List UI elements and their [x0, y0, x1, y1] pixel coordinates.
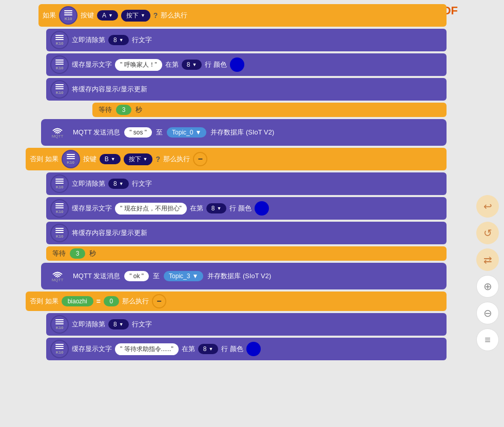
mqtt-block-2: MQTT MQTT 发送消息 " ok " 至 Topic_3 ▼ 并存数据库 … [41, 263, 447, 289]
update-label-1: 将缓存内容显示/显示更新 [72, 85, 147, 94]
display-suffix-3: 行 颜色 [221, 344, 243, 354]
blocks-area: 如果 K10 按键 A ▼ 按下 ▼ ? 那么执行 [0, 0, 447, 427]
wait-seconds-2[interactable]: 3 [70, 248, 85, 259]
display-row-dropdown-3[interactable]: 8 ▼ [198, 344, 219, 354]
k10-badge-4: K10 [50, 80, 69, 99]
elseif-block-1: 否则 如果 K10 按键 B ▼ 按下 ▼ ? 那么执行 [26, 148, 447, 170]
wait-label-2: 等待 [52, 249, 66, 258]
k10-badge-10: K10 [50, 340, 69, 358]
var-pill-1: biaozhi [62, 296, 93, 306]
transform-button[interactable]: ⇄ [476, 248, 499, 271]
k10-badge-8: K10 [50, 224, 69, 242]
mqtt-label-1: MQTT 发送消息 [73, 128, 120, 137]
val-pill-1[interactable]: 0 [104, 296, 119, 306]
display-block-2: K10 缓存显示文字 " 现在好点，不用担心" 在第 8 ▼ 行 颜色 [46, 197, 447, 220]
minus-btn-2[interactable] [152, 294, 166, 308]
clear-block-2: K10 立即清除第 8 ▼ 行文字 [46, 172, 447, 195]
elseif-label-2: 否则 如果 [30, 297, 59, 306]
if-label-1: 如果 [43, 11, 56, 20]
clear-row-dropdown-3[interactable]: 8 ▼ [108, 319, 129, 329]
mqtt-to-2: 至 [153, 271, 160, 281]
if-block-1: 如果 K10 按键 A ▼ 按下 ▼ ? 那么执行 [38, 4, 447, 27]
mqtt-icon-2: MQTT [46, 265, 69, 287]
display-at-2: 在第 [190, 204, 203, 213]
key-dropdown-1[interactable]: A ▼ [97, 10, 118, 21]
display-text-1[interactable]: " 呼唤家人！" [115, 59, 162, 71]
mqtt-store-2: 并存数据库 (SIoT V2) [207, 271, 271, 281]
clear-row-dropdown-1[interactable]: 8 ▼ [108, 35, 129, 45]
undo-button[interactable]: ↩ [476, 195, 499, 218]
clear-label-1: 立即清除第 [72, 35, 105, 45]
key-dropdown-2[interactable]: B ▼ [100, 154, 121, 164]
display-text-3[interactable]: " 等待求助指令......" [115, 343, 179, 355]
k10-badge-6: K10 [50, 174, 69, 193]
k10-badge-2: K10 [50, 31, 69, 49]
zoom-out-button[interactable]: ⊖ [476, 302, 499, 324]
k10-badge-9: K10 [50, 315, 69, 334]
then-label-3: 那么执行 [122, 297, 149, 306]
update-label-2: 将缓存内容显示/显示更新 [72, 228, 147, 238]
topic-dropdown-1[interactable]: Topic_0 ▼ [167, 127, 206, 138]
clear-suffix-3: 行文字 [132, 320, 152, 329]
display-label-1: 缓存显示文字 [72, 60, 112, 69]
right-toolbar: ↩ ↺ ⇄ ⊕ ⊖ ≡ [476, 195, 499, 351]
display-block-3: K10 缓存显示文字 " 等待求助指令......" 在第 8 ▼ 行 颜色 [46, 338, 447, 360]
wait-block-1: 等待 3 秒 [92, 103, 447, 117]
mqtt-icon-1: MQTT [46, 121, 69, 144]
wait-block-2: 等待 3 秒 [46, 246, 447, 261]
clear-label-2: 立即清除第 [72, 179, 105, 188]
k10-badge-1: K10 [59, 6, 77, 25]
then-label-2: 那么执行 [163, 154, 190, 164]
color-circle-2[interactable] [255, 201, 269, 216]
clear-suffix-1: 行文字 [132, 35, 152, 45]
update-block-2: K10 将缓存内容显示/显示更新 [46, 222, 447, 244]
display-suffix-1: 行 颜色 [205, 60, 227, 69]
update-block-1: K10 将缓存内容显示/显示更新 [46, 78, 447, 101]
then-label-1: 那么执行 [161, 11, 187, 20]
question-1: ? [153, 11, 158, 20]
display-at-3: 在第 [182, 344, 195, 354]
display-label-3: 缓存显示文字 [72, 344, 112, 354]
main-container: DF 如果 K10 按键 A ▼ 按下 ▼ [0, 0, 504, 427]
clear-label-3: 立即清除第 [72, 320, 105, 329]
question-2: ? [156, 155, 160, 163]
display-row-dropdown-1[interactable]: 8 ▼ [182, 60, 202, 70]
clear-row-dropdown-2[interactable]: 8 ▼ [108, 179, 129, 189]
mqtt-block-1: MQTT MQTT 发送消息 " sos " 至 Topic_0 ▼ 并存数据库… [41, 119, 447, 146]
k10-badge-3: K10 [50, 55, 69, 74]
display-suffix-2: 行 颜色 [229, 204, 251, 213]
eq-sign-1: = [96, 297, 101, 305]
mqtt-store-1: 并存数据库 (SIoT V2) [210, 128, 274, 137]
device-label-2: 按键 [83, 154, 96, 164]
clear-suffix-2: 行文字 [132, 179, 152, 188]
mqtt-message-2[interactable]: " ok " [124, 271, 149, 281]
zoom-in-button[interactable]: ⊕ [476, 275, 499, 298]
elseif-block-2: 否则 如果 biaozhi = 0 那么执行 [26, 292, 447, 311]
clear-block-1: K10 立即清除第 8 ▼ 行文字 [46, 29, 447, 51]
redo-button[interactable]: ↺ [476, 222, 499, 244]
elseif-label-1: 否则 如果 [30, 154, 59, 164]
display-row-dropdown-2[interactable]: 8 ▼ [206, 203, 227, 214]
display-block-1: K10 缓存显示文字 " 呼唤家人！" 在第 8 ▼ 行 颜色 [46, 53, 447, 76]
minus-btn-1[interactable] [193, 152, 207, 166]
mqtt-label-2: MQTT 发送消息 [73, 271, 120, 281]
topic-dropdown-2[interactable]: Topic_3 ▼ [164, 271, 203, 281]
display-text-2[interactable]: " 现在好点，不用担心" [115, 203, 187, 215]
wait-label-1: 等待 [99, 105, 112, 114]
k10-badge-5: K10 [62, 150, 80, 168]
k10-badge-7: K10 [50, 199, 69, 218]
color-circle-1[interactable] [230, 57, 244, 72]
wait-seconds-1[interactable]: 3 [116, 105, 131, 115]
action-dropdown-1[interactable]: 按下 ▼ [121, 10, 150, 22]
action-dropdown-2[interactable]: 按下 ▼ [124, 153, 153, 165]
wait-unit-2: 秒 [89, 249, 96, 258]
mqtt-to-1: 至 [156, 128, 163, 137]
mqtt-message-1[interactable]: " sos " [124, 127, 152, 138]
wait-unit-1: 秒 [135, 105, 142, 114]
display-at-1: 在第 [165, 60, 179, 69]
color-circle-3[interactable] [246, 342, 261, 356]
menu-button[interactable]: ≡ [476, 328, 499, 351]
display-label-2: 缓存显示文字 [72, 204, 112, 213]
device-label-1: 按键 [81, 11, 94, 20]
clear-block-3: K10 立即清除第 8 ▼ 行文字 [46, 313, 447, 336]
